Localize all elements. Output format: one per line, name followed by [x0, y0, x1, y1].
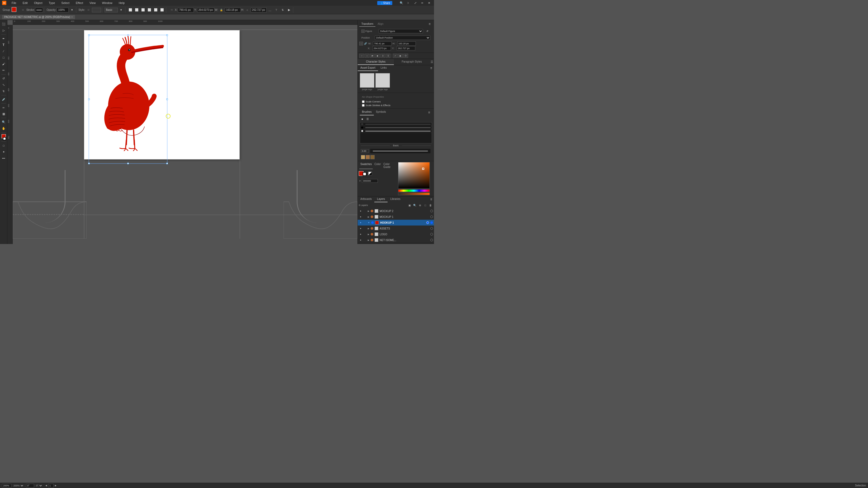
paintbrush-tool[interactable]: 🖌: [1, 61, 7, 67]
style-icon-btn[interactable]: □: [86, 7, 91, 13]
x-input[interactable]: [178, 8, 194, 12]
fill-box[interactable]: [11, 7, 17, 12]
link-proportions-btn[interactable]: 🔗: [364, 42, 367, 45]
transform-extra-btn[interactable]: ⊤: [274, 7, 279, 13]
menu-edit[interactable]: Edit: [22, 1, 29, 5]
layer-lock-logo[interactable]: [363, 233, 367, 236]
menu-effect[interactable]: Effect: [75, 1, 84, 5]
scale-tool[interactable]: ⤡: [1, 82, 7, 88]
hue-slider[interactable]: [398, 189, 430, 192]
paragraph-styles-tab[interactable]: Paragraph Styles: [394, 59, 430, 65]
zoom-tool[interactable]: 🔍: [1, 119, 7, 125]
rect-tool[interactable]: □: [1, 55, 7, 60]
layer-visibility-mockup1[interactable]: ●: [359, 215, 363, 219]
align-left-btn[interactable]: ⬜: [127, 7, 133, 13]
menu-type[interactable]: Type: [48, 1, 56, 5]
layer-item-mockup1[interactable]: ● ▶ MOCKUP 1: [358, 214, 434, 220]
color-tab[interactable]: Color: [373, 162, 382, 169]
opacity-input[interactable]: [57, 8, 69, 12]
basic-input[interactable]: [104, 8, 118, 12]
share-button[interactable]: 👥 Share: [377, 1, 392, 5]
links-tab[interactable]: Links: [378, 65, 390, 71]
opacity-more-btn[interactable]: ▾: [69, 7, 75, 13]
layer-item-assets[interactable]: ● ▶ ASSETS: [358, 225, 434, 231]
select-tool[interactable]: ⬛: [1, 21, 7, 27]
fmt-icon-6[interactable]: ↧: [386, 54, 391, 58]
bird-illustration[interactable]: [89, 35, 166, 157]
w-input[interactable]: [225, 8, 241, 12]
layer-visibility-net[interactable]: ●: [359, 238, 363, 242]
more-transform-btn[interactable]: …: [267, 7, 273, 13]
layer-visibility-assets[interactable]: ●: [359, 226, 363, 230]
layer-target-hookup1[interactable]: [426, 221, 429, 224]
layer-arrow-hookup1[interactable]: ▼: [368, 221, 370, 224]
fmt-icon-3[interactable]: ⇄: [370, 54, 375, 58]
align-top-btn[interactable]: ⬜: [147, 7, 152, 13]
brush-swatch-1[interactable]: [361, 155, 365, 159]
artboards-tab[interactable]: Artboards: [358, 196, 374, 202]
brush-row-3[interactable]: [360, 129, 432, 133]
thumbnail-item-2[interactable]: jungle logo: [375, 73, 390, 91]
more-tools[interactable]: •••: [1, 155, 7, 161]
rotate-tool[interactable]: ↺: [1, 75, 7, 81]
basic-dropdown[interactable]: ▾: [118, 7, 124, 13]
color-hex-input[interactable]: [362, 179, 378, 183]
grid-button[interactable]: ⊦: [405, 0, 411, 6]
layer-target-mockup2[interactable]: [430, 210, 433, 212]
layer-lock-mockup1[interactable]: [363, 215, 367, 219]
layers-menu-btn[interactable]: ☰: [428, 196, 434, 202]
styles-menu-btn[interactable]: ☰: [430, 59, 434, 65]
layer-visibility-hookup1[interactable]: ●: [359, 221, 363, 224]
constrain-btn[interactable]: ○: [244, 7, 250, 13]
y-input[interactable]: [197, 8, 214, 12]
scale-corners-checkbox[interactable]: [362, 100, 365, 103]
layer-visibility-logo[interactable]: ●: [359, 233, 363, 236]
new-brush-btn[interactable]: ■: [360, 117, 365, 121]
fmt-icon-7[interactable]: ✓: [393, 54, 398, 58]
menu-view[interactable]: View: [88, 1, 97, 5]
stroke-indicator-left[interactable]: [3, 137, 6, 140]
pen-tool[interactable]: ✒: [1, 36, 7, 41]
group-btn[interactable]: ⊣: [168, 7, 174, 13]
fmt-icon-4[interactable]: ■: [375, 54, 380, 58]
fmt-icon-8[interactable]: ▶: [398, 54, 403, 58]
layer-item-net[interactable]: ● ▶ NET ISOME...: [358, 237, 434, 243]
fill-none-btn[interactable]: □: [20, 7, 26, 13]
artboard[interactable]: [84, 30, 240, 159]
align-right-btn[interactable]: ⬜: [140, 7, 146, 13]
y-input-right[interactable]: [397, 46, 415, 51]
align-middle-btn[interactable]: ⬜: [153, 7, 159, 13]
swatches-tab[interactable]: Swatches: [359, 162, 373, 169]
add-layer-btn[interactable]: ⊕: [417, 203, 423, 208]
symbols-tab[interactable]: Symbols: [374, 110, 388, 115]
none-swatch[interactable]: [368, 172, 372, 175]
fmt-icon-2[interactable]: ↕: [365, 54, 369, 58]
h-input[interactable]: [251, 8, 267, 12]
more-options-btn[interactable]: ▶: [286, 7, 292, 13]
brushes-tab[interactable]: Brushes: [360, 110, 374, 115]
h-input-right[interactable]: [397, 41, 416, 46]
layer-arrow-mockup1[interactable]: ▶: [368, 216, 369, 218]
mesh-tool[interactable]: ▦: [1, 111, 7, 117]
layer-lock-net[interactable]: [363, 238, 367, 242]
layer-item-hookup1[interactable]: ● ▼ HOOKUP 1: [358, 220, 434, 225]
layer-arrow-mockup2[interactable]: ▶: [368, 210, 369, 212]
position-select[interactable]: Default Position: [375, 36, 430, 40]
sel-handle-br[interactable]: [166, 163, 168, 164]
scale-strokes-checkbox[interactable]: [362, 104, 365, 107]
locate-object-btn[interactable]: 🔍: [412, 203, 417, 208]
symbol-tool[interactable]: ★: [1, 149, 7, 155]
artboard-tool[interactable]: ▢: [1, 143, 7, 148]
doc-tab-item[interactable]: PACKAGE NET ISOMETRIC.ai @ 200% (RGB/Pre…: [2, 15, 75, 19]
layer-item-mockup2[interactable]: ● ▶ MOCKUP 2: [358, 208, 434, 214]
brush-swatch-3[interactable]: [370, 155, 375, 159]
close-button[interactable]: ✕: [426, 0, 432, 6]
warp-tool[interactable]: ↯: [1, 88, 7, 94]
figure-select[interactable]: Default Figure: [379, 29, 423, 33]
transform-menu-btn[interactable]: ☰: [427, 21, 432, 27]
expand-button[interactable]: ⤢: [412, 0, 418, 6]
menu-object[interactable]: Object: [33, 1, 43, 5]
color-gradient-picker[interactable]: [398, 162, 430, 188]
align-tab[interactable]: Align: [375, 22, 385, 27]
arrange-btn[interactable]: ⇅: [280, 7, 286, 13]
